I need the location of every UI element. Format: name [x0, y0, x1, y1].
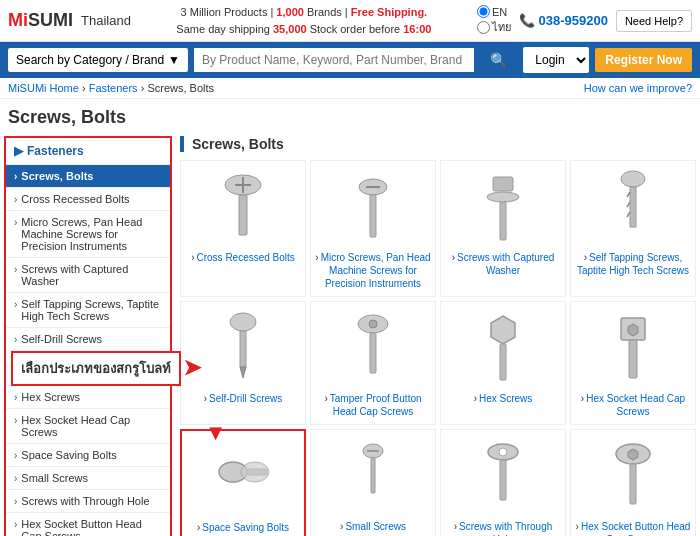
sidebar-item-label: Screws with Captured Washer [21, 263, 162, 287]
sidebar-item-label: Small Screws [21, 472, 88, 484]
product-card-11[interactable]: ›Hex Socket Button Head Cap Screws [570, 429, 696, 536]
sidebar-item-8[interactable]: ›Hex Socket Head Cap Screws [6, 409, 170, 444]
sidebar-item-label: Cross Recessed Bolts [21, 193, 129, 205]
dropdown-icon: ▼ [168, 53, 180, 67]
lang-th-radio[interactable] [477, 21, 490, 34]
product-name-6: ›Hex Screws [445, 392, 561, 405]
svg-rect-34 [630, 464, 636, 504]
product-card-10[interactable]: ›Screws with Through Hole [440, 429, 566, 536]
logo: MiSUMI [8, 10, 73, 31]
sidebar-item-label: Screws, Bolts [21, 170, 93, 182]
lang-en-option[interactable]: EN [477, 5, 511, 18]
page-title-bar: Screws, Bolts [0, 99, 700, 132]
lang-th-option[interactable]: ไทย [477, 18, 511, 36]
breadcrumb-home[interactable]: MiSUMi Home [8, 82, 79, 94]
svg-marker-21 [628, 324, 638, 336]
register-button[interactable]: Register Now [595, 48, 692, 72]
search-category-button[interactable]: Search by Category / Brand ▼ [8, 48, 188, 72]
product-card-8[interactable]: ›Space Saving Bolts [180, 429, 306, 536]
product-card-1[interactable]: ›Micro Screws, Pan Head Machine Screws f… [310, 160, 436, 297]
product-name-3: ›Self Tapping Screws, Taptite High Tech … [575, 251, 691, 277]
product-arrow-icon: › [191, 252, 194, 263]
svg-point-10 [621, 171, 645, 187]
product-name-0: ›Cross Recessed Bolts [185, 251, 301, 264]
sidebar-item-4[interactable]: ›Self Tapping Screws, Taptite High Tech … [6, 293, 170, 328]
breadcrumb-sep1: › [82, 82, 89, 94]
product-arrow-icon: › [204, 393, 207, 404]
search-input[interactable] [194, 48, 474, 72]
sidebar-item-5[interactable]: ›Self-Drill Screws [6, 328, 170, 351]
search-input-wrap [194, 48, 474, 72]
product-arrow-icon: › [324, 393, 327, 404]
svg-rect-22 [629, 340, 637, 378]
logo-area: MiSUMI Thailand [8, 10, 131, 31]
sidebar-item-2[interactable]: ›Micro Screws, Pan Head Machine Screws f… [6, 211, 170, 258]
product-card-0[interactable]: ›Cross Recessed Bolts [180, 160, 306, 297]
promo-free: Free Shipping. [351, 6, 427, 18]
search-button[interactable]: 🔍 [480, 47, 517, 73]
svg-rect-13 [240, 331, 246, 367]
product-image-4 [208, 308, 278, 388]
promo-time: 16:00 [403, 23, 431, 35]
product-grid: ›Cross Recessed Bolts›Micro Screws, Pan … [180, 160, 696, 536]
sidebar-arrow: › [14, 357, 17, 368]
lang-en-radio[interactable] [477, 5, 490, 18]
sidebar: ▶ Fasteners ›Screws, Bolts›Cross Recesse… [4, 136, 172, 536]
sidebar-arrow: › [14, 392, 17, 403]
product-name-2: ›Screws with Captured Washer [445, 251, 561, 277]
sidebar-item-12[interactable]: ›Hex Socket Button Head Cap Screws [6, 513, 170, 536]
product-name-5: ›Tamper Proof Button Head Cap Screws [315, 392, 431, 418]
login-select[interactable]: Login [523, 47, 589, 73]
product-arrow-icon: › [315, 252, 318, 263]
sidebar-item-6[interactable]: ›Tamper Proof Button Head Cap Screws [6, 351, 170, 386]
main-content: ▶ Fasteners ›Screws, Bolts›Cross Recesse… [0, 132, 700, 536]
product-arrow-icon: › [581, 393, 584, 404]
product-image-8 [208, 437, 278, 517]
product-area: Screws, Bolts ›Cross Recessed Bolts›Micr… [176, 136, 700, 536]
svg-point-25 [241, 462, 269, 482]
svg-marker-18 [491, 316, 515, 344]
sidebar-item-7[interactable]: ›Hex Screws [6, 386, 170, 409]
product-image-7 [598, 308, 668, 388]
sidebar-item-0[interactable]: ›Screws, Bolts [6, 165, 170, 188]
sidebar-item-3[interactable]: ›Screws with Captured Washer [6, 258, 170, 293]
sidebar-item-label: Hex Socket Button Head Cap Screws [21, 518, 162, 536]
product-arrow-icon: › [454, 521, 457, 532]
sidebar-arrow: › [14, 217, 17, 228]
header-promo: 3 Million Products | 1,000 Brands | Free… [131, 4, 477, 37]
product-image-3 [598, 167, 668, 247]
sidebar-category-title: ▶ Fasteners [6, 138, 170, 165]
product-card-7[interactable]: ›Hex Socket Head Cap Screws [570, 301, 696, 425]
product-name-9: ›Small Screws [315, 520, 431, 533]
sidebar-item-1[interactable]: ›Cross Recessed Bolts [6, 188, 170, 211]
product-card-5[interactable]: ›Tamper Proof Button Head Cap Screws [310, 301, 436, 425]
product-card-3[interactable]: ›Self Tapping Screws, Taptite High Tech … [570, 160, 696, 297]
sidebar-item-10[interactable]: ›Small Screws [6, 467, 170, 490]
need-help-button[interactable]: Need Help? [616, 10, 692, 32]
product-image-2 [468, 167, 538, 247]
svg-marker-14 [240, 367, 246, 378]
sidebar-item-9[interactable]: ›Space Saving Bolts [6, 444, 170, 467]
svg-marker-33 [628, 449, 638, 460]
improve-link[interactable]: How can we improve? [584, 82, 692, 94]
sidebar-arrow: › [14, 415, 17, 426]
product-card-4[interactable]: ›Self-Drill Screwsเลือกประเภทของสกรูโบลท… [180, 301, 306, 425]
sidebar-arrow: › [14, 473, 17, 484]
phone-number: 📞 038-959200 [519, 13, 608, 28]
promo-line2b: Stock order before [310, 23, 404, 35]
product-card-6[interactable]: ›Hex Screws [440, 301, 566, 425]
svg-rect-6 [370, 195, 376, 237]
breadcrumb-current: Screws, Bolts [147, 82, 214, 94]
product-arrow-icon: › [584, 252, 587, 263]
sidebar-item-label: Hex Socket Head Cap Screws [21, 414, 162, 438]
promo-line2a: Same day shipping [176, 23, 273, 35]
sidebar-arrow: › [14, 519, 17, 530]
svg-rect-19 [500, 344, 506, 380]
sidebar-item-11[interactable]: ›Screws with Through Hole [6, 490, 170, 513]
language-selector[interactable]: EN ไทย [477, 5, 511, 36]
header-top: MiSUMI Thailand 3 Million Products | 1,0… [0, 0, 700, 42]
breadcrumb-fasteners[interactable]: Fasteners [89, 82, 138, 94]
product-card-9[interactable]: ›Small Screws [310, 429, 436, 536]
page-title: Screws, Bolts [8, 107, 692, 128]
product-card-2[interactable]: ›Screws with Captured Washer [440, 160, 566, 297]
